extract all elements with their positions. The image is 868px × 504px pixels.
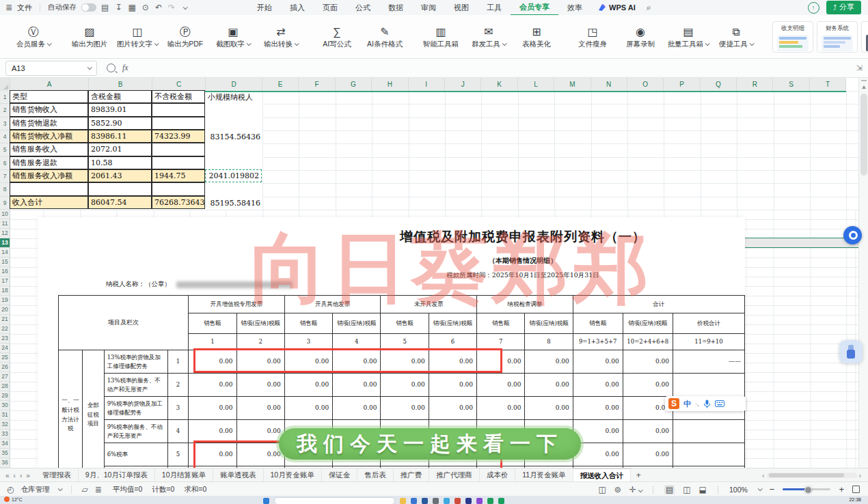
row-header-16[interactable]: 16: [0, 267, 10, 277]
zoom-level[interactable]: 100%: [729, 486, 748, 494]
column-header-F[interactable]: F: [299, 77, 335, 91]
cell-B1[interactable]: 含税金额: [88, 90, 152, 103]
page-break-view-button[interactable]: ⬓: [699, 485, 707, 494]
cell-B4[interactable]: 83986.11: [88, 130, 152, 143]
wps-logo-icon[interactable]: ≣: [5, 3, 12, 12]
sheet-tab-9月、10月订单报表[interactable]: 9月、10月订单报表: [79, 468, 155, 482]
column-header-C[interactable]: C: [152, 77, 206, 91]
row-header-12[interactable]: 12: [0, 229, 10, 238]
print-preview-button[interactable]: ⊙: [142, 3, 149, 12]
column-header-K[interactable]: K: [481, 77, 517, 91]
ribbon-tab-视图[interactable]: 视图: [445, 1, 478, 15]
taskbar-app-folder[interactable]: [400, 498, 406, 504]
row-header-21[interactable]: 21: [0, 315, 10, 324]
sheet-tab-10月资金账单[interactable]: 10月资金账单: [264, 468, 322, 482]
cell-A7[interactable]: 销售服务收入净额: [10, 169, 88, 182]
file-slim-button[interactable]: ◳文件瘦身: [569, 18, 616, 56]
column-header-Q[interactable]: Q: [701, 77, 737, 91]
template-card-收支明细[interactable]: 收支明细: [772, 21, 813, 53]
row-header-26[interactable]: 26: [0, 363, 10, 372]
row-header-28[interactable]: 28: [0, 382, 10, 391]
row-headers[interactable]: 1234567891011121314151617181920212223242…: [0, 91, 10, 468]
zoom-out-button[interactable]: −: [770, 484, 775, 494]
wps-ai-tab[interactable]: WPS AI: [598, 3, 636, 12]
table-beautify-button[interactable]: ⊞表格美化: [513, 18, 560, 56]
row-header-14[interactable]: 14: [0, 248, 10, 257]
row-header-7[interactable]: 7: [0, 170, 10, 183]
usb-float-button[interactable]: [839, 340, 863, 363]
row-header-4[interactable]: 4: [0, 130, 10, 143]
row-header-2[interactable]: 2: [0, 104, 10, 117]
next-sheet-button[interactable]: ›: [20, 472, 22, 479]
screen-record-button[interactable]: ◉屏幕录制: [616, 18, 664, 56]
zoom-caret-icon[interactable]: [757, 486, 762, 491]
member-service-button[interactable]: Ⓥ会员服务: [10, 18, 57, 56]
ribbon-tab-插入[interactable]: 插入: [281, 1, 314, 15]
split-handle[interactable]: [861, 80, 867, 81]
sheet-tab-成本价[interactable]: 成本价: [480, 468, 516, 482]
formula-zoom-icon[interactable]: [107, 64, 116, 72]
cell-B9[interactable]: 86047.54: [88, 196, 152, 209]
fullscreen-button[interactable]: [852, 486, 860, 493]
sogou-logo-icon[interactable]: S: [668, 398, 679, 409]
row-header-3[interactable]: 3: [0, 117, 10, 130]
ime-language-indicator[interactable]: 中: [683, 399, 691, 409]
ai-conditional-format-button[interactable]: ✎AI条件格式: [361, 18, 409, 56]
normal-view-button[interactable]: ▤: [664, 485, 675, 494]
row-header-10[interactable]: 10: [0, 210, 10, 219]
cell-A9[interactable]: 收入合计: [10, 196, 88, 209]
row-header-15[interactable]: 15: [0, 257, 10, 267]
ribbon-tab-审阅[interactable]: 审阅: [412, 1, 445, 15]
hscroll-left-arrow-icon[interactable]: ‹: [762, 471, 765, 479]
hscroll-right-arrow-icon[interactable]: ›: [859, 471, 862, 479]
sheet-tab-管理报表[interactable]: 管理报表: [36, 468, 79, 482]
sheet-tab-报送收入合计[interactable]: 报送收入合计: [573, 468, 631, 483]
vertical-scrollbar[interactable]: [858, 77, 868, 468]
ribbon-tab-公式[interactable]: 公式: [347, 1, 379, 15]
cell-D4[interactable]: 83154.56436: [206, 130, 262, 143]
save-button[interactable]: ▤: [101, 3, 109, 12]
move-tool-icon[interactable]: ✛: [629, 485, 642, 494]
cell-C5[interactable]: [152, 143, 205, 156]
assistant-float-button[interactable]: [843, 226, 862, 244]
sheet-tab-10月结算账单[interactable]: 10月结算账单: [155, 468, 213, 482]
column-header-S[interactable]: S: [773, 77, 809, 91]
start-button[interactable]: [263, 498, 269, 504]
column-header-B[interactable]: B: [89, 77, 152, 91]
upload-cloud-icon[interactable]: ↑: [808, 2, 819, 14]
cell-D3[interactable]: [206, 117, 262, 130]
row-header-11[interactable]: 11: [0, 219, 10, 229]
sheet-tab-保证金[interactable]: 保证金: [322, 468, 358, 482]
ribbon-tab-效率[interactable]: 效率: [558, 1, 591, 15]
cell-B6[interactable]: 10.58: [88, 156, 152, 169]
first-sheet-button[interactable]: «: [5, 472, 10, 479]
ai-formula-button[interactable]: ∑AI写公式: [313, 18, 361, 56]
vertical-scroll-thumb[interactable]: [860, 94, 867, 176]
search-icon[interactable]: ⌕: [647, 3, 651, 12]
ribbon-tab-会员专享[interactable]: 会员专享: [511, 0, 558, 16]
row-header-27[interactable]: 27: [0, 372, 10, 382]
row-header-18[interactable]: 18: [0, 286, 10, 296]
row-header-35[interactable]: 35: [0, 449, 10, 458]
table-tools-icon[interactable]: ◫: [598, 485, 606, 494]
column-header-T[interactable]: T: [810, 77, 846, 91]
row-header-33[interactable]: 33: [0, 430, 10, 439]
cell-C1[interactable]: 不含税金额: [152, 90, 205, 103]
outline-icon[interactable]: ≣: [95, 485, 102, 494]
file-menu[interactable]: 文件: [17, 3, 32, 13]
row-header-31[interactable]: 31: [0, 410, 10, 420]
taskbar-app-5[interactable]: [455, 498, 461, 504]
row-header-25[interactable]: 25: [0, 353, 10, 363]
sheet-tab-推广费[interactable]: 推广费: [394, 468, 430, 482]
column-header-O[interactable]: O: [627, 77, 664, 91]
taskbar-search-box[interactable]: [274, 497, 395, 504]
zoom-slider[interactable]: [783, 488, 830, 490]
cell-D6[interactable]: [206, 157, 262, 170]
taskbar-app-8[interactable]: [487, 498, 493, 504]
column-header-E[interactable]: E: [262, 77, 299, 91]
scroll-up-arrow-icon[interactable]: [862, 85, 866, 89]
taskbar-app-3[interactable]: [433, 498, 439, 504]
cell-D5[interactable]: [206, 143, 262, 156]
column-header-N[interactable]: N: [591, 77, 627, 91]
quick-access-caret-icon[interactable]: [183, 5, 188, 10]
